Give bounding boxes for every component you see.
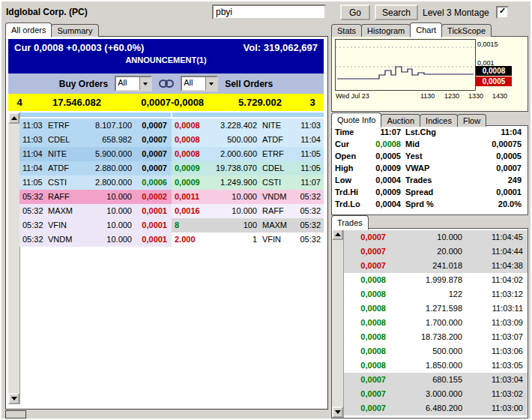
search-button[interactable]: Search [375,4,418,20]
tab-indices[interactable]: Indices [420,114,458,127]
sell-filter-dropdown-arrow[interactable] [205,77,217,90]
tab-trades[interactable]: Trades [331,215,369,230]
trade-row: 0,000812211:03:12 [344,287,528,302]
volume-line: Vol: 319,062,697 [244,42,318,53]
trade-row: 0,00081.999.87811:04:02 [344,273,528,287]
book-sell-side[interactable]: 8100MAXM05:32 [172,218,324,232]
book-sell-side[interactable]: 2.0001VFIN05:32 [172,232,324,247]
book-scroll-down-button[interactable] [8,393,19,404]
trade-price: 0,0008 [344,358,386,373]
sell-price: 0,0009 [175,161,208,176]
buy-price: 0,0007 [132,133,172,147]
book-buy-side[interactable]: 05:32MAXM10.0000,0001 [19,204,172,218]
go-button[interactable]: Go [340,4,370,20]
book-row[interactable]: 11:03CDEL658.9820,00070,0008500.000ATDF1… [19,133,324,147]
book-row[interactable]: 05:32MAXM10.0000,00010,001610.000RAFF05:… [19,204,324,218]
level3-montage-checkbox[interactable] [496,6,509,19]
trades-panel: 0,000710.00011:04:450,000720.00011:04:44… [331,228,528,418]
book-buy-side[interactable]: 11:04ATDF2.880.0000,0007 [19,161,172,176]
buy-mpid: ATDF [48,161,81,176]
book-buy-side[interactable]: 11:05CSTI2.800.0000,0006 [19,176,172,190]
sell-size: 2.000.600 [208,147,257,161]
book-buy-side[interactable]: 11:03CDEL658.9820,0007 [19,133,172,147]
book-buy-side[interactable]: 05:32VFIN10.0000,0001 [19,218,172,232]
trade-time: 11:04:45 [462,230,528,244]
spacer [257,176,262,190]
buy-mpid: RAFF [48,190,81,204]
quote-value: 249 [447,174,525,186]
trade-time: 11:03:12 [462,287,528,302]
trade-size: 1.271.598 [386,302,462,316]
sell-price: 0,0011 [175,190,208,204]
book-row[interactable]: 05:32RAFF10.0000,00020,001110.000VNDM05:… [19,190,324,204]
buy-filter-dropdown-arrow[interactable] [139,77,151,90]
sell-time: 11:03 [292,118,324,133]
buy-size: 10.000 [81,204,132,218]
x-axis-label-date: Wed Jul 23 [336,92,369,100]
book-row[interactable]: 11:05CSTI2.800.0000,00060,00091.249.900C… [19,176,324,190]
buy-size: 10.000 [81,218,132,232]
buy-mpid: CSTI [48,176,81,190]
tab-histogram[interactable]: Histogram [361,24,411,37]
buy-price: 0,0006 [132,176,172,190]
book-buy-side[interactable]: 05:32VNDM10.0000,0001 [19,232,172,247]
scroll-stub[interactable] [5,410,26,418]
sell-column-strip [172,112,324,117]
book-sell-side[interactable]: 0,00082.000.600ETRF11:05 [172,147,324,161]
spacer [257,118,262,133]
quote-row: Trd.Lo0,0004Sprd %20.0% [332,198,528,210]
book-row[interactable]: 05:32VNDM10.0000,00012.0001VFIN05:32 [19,232,324,247]
y-axis-label-high: 0,0015 [477,40,498,48]
trades-scroll-up-button[interactable] [332,229,343,240]
book-scrollbar[interactable] [8,112,20,404]
tab-stats[interactable]: Stats [331,24,362,37]
price-chart: 0,0015 0,001 0,0008 0,0005 Wed Jul 23 11… [331,36,528,112]
quote-value: 0,00075 [447,138,525,150]
sell-orders-filter[interactable]: All [181,76,218,92]
quote-label: Cur [335,138,365,150]
book-sell-side[interactable]: 0,00091.249.900CSTI11:07 [172,176,324,190]
tab-tickscope[interactable]: TickScope [441,24,492,37]
book-row[interactable]: 05:32VFIN10.0000,00018100MAXM05:32 [19,218,324,232]
trades-scroll-down-button[interactable] [332,406,343,418]
book-sell-side[interactable]: 0,000919.738.070CDEL11:05 [172,161,324,176]
book-sell-side[interactable]: 0,001110.000VNDM05:32 [172,190,324,204]
chart-plot [335,39,476,91]
trade-price: 0,0007 [344,401,386,416]
book-buy-side[interactable]: 11:03ETRF8.107.1000,0007 [19,118,172,133]
announcement-bar[interactable]: ANNOUNCEMENT(1) [8,56,324,64]
trades-list: 0,000710.00011:04:450,000720.00011:04:44… [344,230,528,416]
book-sell-side[interactable]: 0,0008500.000ATDF11:04 [172,133,324,147]
book-scroll-up-button[interactable] [8,112,19,124]
book-buy-side[interactable]: 11:04NITE5.900.0000,0007 [19,147,172,161]
book-row[interactable]: 11:03ETRF8.107.1000,00070,00083.228.402N… [19,118,324,133]
link-orders-icon[interactable] [159,80,174,88]
book-buy-side[interactable]: 05:32RAFF10.0000,0002 [19,190,172,204]
book-row[interactable]: 11:04NITE5.900.0000,00070,00082.000.600E… [19,147,324,161]
order-filter-bar: Buy Orders All All Sell Orders [8,74,324,94]
buy-orders-filter[interactable]: All [115,76,152,92]
trade-size: 10.000 [386,230,462,244]
buy-price: 0,0001 [132,232,172,247]
tab-quote-info[interactable]: Quote Info [331,112,381,128]
trades-scrollbar[interactable] [332,229,344,418]
book-sell-side[interactable]: 0,001610.000RAFF05:32 [172,204,324,218]
buy-price: 0,0007 [132,147,172,161]
book-sell-side[interactable]: 0,00083.228.402NITE11:03 [172,118,324,133]
trade-size: 18.738.200 [386,330,462,344]
trade-time: 11:03:05 [462,358,528,373]
tab-flow[interactable]: Flow [457,114,486,127]
trade-size: 1.999.878 [386,273,462,287]
trade-size: 500.000 [386,344,462,358]
book-row[interactable]: 11:04ATDF2.880.0000,00070,000919.738.070… [19,161,324,176]
symbol-input[interactable] [212,4,326,20]
sell-price: 0,0016 [175,204,208,218]
tab-chart[interactable]: Chart [410,22,442,38]
tab-auction[interactable]: Auction [381,114,420,127]
tab-summary[interactable]: Summary [51,24,98,37]
quote-label: Spread [405,186,447,198]
tab-all-orders[interactable]: All orders [5,22,52,38]
buy-price: 0,0002 [132,190,172,204]
quote-value: 0,0001 [447,186,525,198]
quote-row: Low0,0004Trades249 [332,174,528,186]
